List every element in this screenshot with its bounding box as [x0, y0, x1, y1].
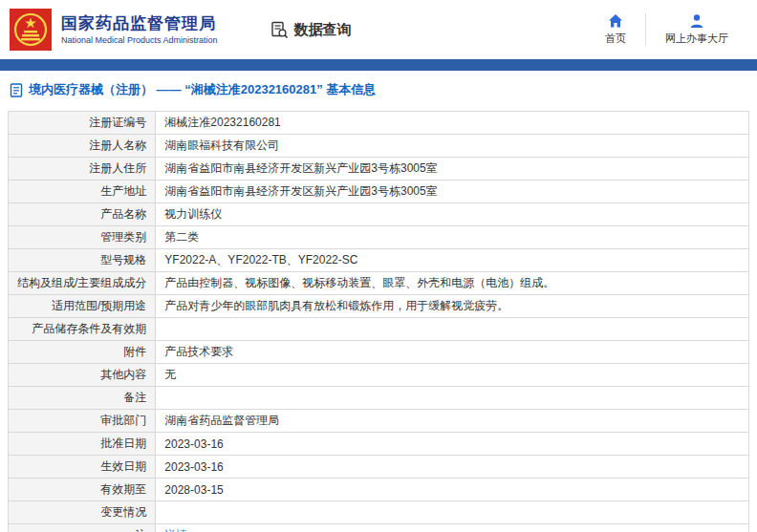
table-row: ●注详情	[9, 524, 749, 532]
row-value: 视力训练仪	[156, 203, 749, 226]
table-row: 注册人名称湖南眼福科技有限公司	[9, 135, 749, 158]
row-value: 湖南省药品监督管理局	[156, 410, 749, 433]
row-value: YF2022-A、YF2022-TB、YF2022-SC	[156, 249, 749, 272]
nav-data-query[interactable]: 数据查询	[270, 21, 352, 39]
row-label: 备注	[9, 387, 156, 410]
table-row: 适用范围/预期用途产品对青少年的眼部肌肉具有放松和锻炼作用，用于缓解视觉疲劳。	[9, 295, 749, 318]
table-row: 结构及组成/主要组成成分产品由控制器、视标图像、视标移动装置、眼罩、外壳和电源（…	[9, 272, 749, 295]
row-label: 注册人住所	[9, 158, 156, 181]
row-label: 其他内容	[9, 364, 156, 387]
row-label: 管理类别	[9, 226, 156, 249]
org-name-cn: 国家药品监督管理局	[61, 14, 218, 33]
nav-hall-label: 网上办事大厅	[665, 32, 728, 46]
row-value: 第二类	[156, 226, 749, 249]
table-row: 变更情况	[9, 501, 749, 524]
row-label: 产品名称	[9, 203, 156, 226]
row-label: 有效期至	[9, 479, 156, 501]
row-value: 详情	[156, 524, 749, 532]
table-row: 生效日期2023-03-16	[9, 456, 749, 479]
header-right-nav: 首页 网上办事大厅	[586, 13, 747, 46]
site-header: 国家药品监督管理局 National Medical Products Admi…	[0, 0, 757, 59]
row-value: 无	[156, 364, 749, 387]
nmpa-emblem-logo	[10, 9, 52, 51]
row-value: 产品由控制器、视标图像、视标移动装置、眼罩、外壳和电源（电池）组成。	[156, 272, 749, 295]
row-label: 生效日期	[9, 456, 156, 479]
row-value: 产品技术要求	[156, 341, 749, 364]
table-row: 注册人住所湖南省益阳市南县经济开发区新兴产业园3号栋3005室	[9, 158, 749, 181]
row-label: 生产地址	[9, 181, 156, 203]
row-label: 变更情况	[9, 501, 156, 524]
person-icon	[689, 13, 704, 29]
row-value	[156, 318, 749, 341]
header-blue-bar	[0, 59, 757, 71]
row-value: 湖南省益阳市南县经济开发区新兴产业园3号栋3005室	[156, 181, 749, 203]
table-row: 产品名称视力训练仪	[9, 203, 749, 226]
home-icon	[608, 13, 623, 29]
row-label: 批准日期	[9, 433, 156, 456]
detail-link[interactable]: 详情	[164, 528, 187, 532]
row-label: 适用范围/预期用途	[9, 295, 156, 318]
row-value: 湖南省益阳市南县经济开发区新兴产业园3号栋3005室	[156, 158, 749, 181]
row-value: 产品对青少年的眼部肌肉具有放松和锻炼作用，用于缓解视觉疲劳。	[156, 295, 749, 318]
table-row: 产品储存条件及有效期	[9, 318, 749, 341]
row-value: 湘械注准20232160281	[156, 112, 749, 135]
row-value: 湖南眼福科技有限公司	[156, 135, 749, 158]
row-label: 附件	[9, 341, 156, 364]
nav-item-home[interactable]: 首页	[586, 13, 645, 46]
table-row: 备注	[9, 387, 749, 410]
data-query-label: 数据查询	[294, 21, 352, 39]
row-label: 型号规格	[9, 249, 156, 272]
row-value: 2028-03-15	[156, 479, 749, 501]
row-value	[156, 501, 749, 524]
info-table-body: 注册证编号湘械注准20232160281注册人名称湖南眼福科技有限公司注册人住所…	[9, 112, 749, 532]
table-row: 生产地址湖南省益阳市南县经济开发区新兴产业园3号栋3005室	[9, 181, 749, 203]
row-label: 注册人名称	[9, 135, 156, 158]
row-label: 产品储存条件及有效期	[9, 318, 156, 341]
row-label: 结构及组成/主要组成成分	[9, 272, 156, 295]
table-row: 注册证编号湘械注准20232160281	[9, 112, 749, 135]
table-row: 附件产品技术要求	[9, 341, 749, 364]
page-icon	[10, 83, 23, 97]
row-value	[156, 387, 749, 410]
org-title: 国家药品监督管理局 National Medical Products Admi…	[61, 14, 218, 45]
table-row: 审批部门湖南省药品监督管理局	[9, 410, 749, 433]
row-label: ●注	[9, 524, 156, 532]
document-search-icon	[270, 21, 289, 39]
table-row: 有效期至2028-03-15	[9, 479, 749, 501]
breadcrumb: 境内医疗器械（注册） —— “湘械注准20232160281” 基本信息	[0, 71, 757, 107]
row-label: 审批部门	[9, 410, 156, 433]
info-table: 注册证编号湘械注准20232160281注册人名称湖南眼福科技有限公司注册人住所…	[8, 111, 749, 532]
row-value: 2023-03-16	[156, 456, 749, 479]
page-title: 境内医疗器械（注册） —— “湘械注准20232160281” 基本信息	[29, 81, 376, 98]
nav-item-service-hall[interactable]: 网上办事大厅	[646, 13, 747, 46]
row-label: 注册证编号	[9, 112, 156, 135]
row-value: 2023-03-16	[156, 433, 749, 456]
table-row: 管理类别第二类	[9, 226, 749, 249]
nav-home-label: 首页	[605, 32, 626, 46]
table-row: 其他内容无	[9, 364, 749, 387]
table-row: 型号规格YF2022-A、YF2022-TB、YF2022-SC	[9, 249, 749, 272]
table-row: 批准日期2023-03-16	[9, 433, 749, 456]
org-name-en: National Medical Products Administration	[61, 35, 218, 45]
